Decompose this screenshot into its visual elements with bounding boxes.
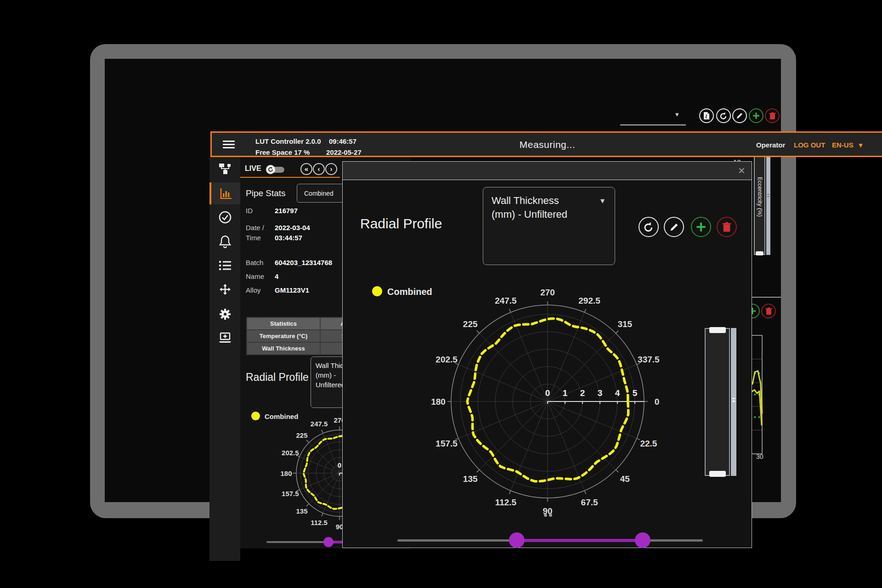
svg-text:1: 1 [563,388,568,398]
modal-metric-value: Wall Thickness (mm) - Unfiltered [492,194,574,221]
radial-profile-chart: 022.54567.590112.5135157.5180202.5225247… [399,271,698,537]
pencil-icon [669,222,679,232]
sidebar-item-notifications[interactable] [209,231,240,253]
trash-icon [765,307,772,315]
svg-text:157.5: 157.5 [282,490,299,498]
chevron-down-icon: ▾ [859,141,863,149]
gear-icon [219,308,232,321]
pipe-stats-title: Pipe Stats [246,188,286,198]
svg-text:45: 45 [620,474,630,484]
field-value: 2022-03-04 03:44:57 [275,223,310,243]
svg-text:337.5: 337.5 [638,355,660,364]
x-end-label: 30 [756,453,763,460]
sidebar-item-quality-check[interactable] [209,206,240,228]
plus-icon [696,222,706,232]
svg-text:202.5: 202.5 [282,449,299,457]
nav-sidebar [209,157,240,561]
svg-text:247.5: 247.5 [495,296,517,305]
reset-button[interactable] [716,108,731,123]
field-label: Alloy [246,286,261,294]
svg-text:135: 135 [463,474,478,484]
table-cell: Wall Thickness [247,342,320,355]
trash-icon [769,112,776,120]
sidebar-item-register-device[interactable] [209,327,240,349]
pipe-axis-title: Eccentricity (%) [757,177,763,217]
header-bar: LUT Controller 2.0.0 Free Space 17 % 09:… [210,131,882,157]
field-value: 4 [275,272,278,280]
chevron-down-icon: ▾ [600,196,605,206]
table-cell: Temperature (°C) [247,330,320,342]
svg-text:2: 2 [580,388,585,398]
field-label: ID [246,207,253,215]
chevron-down-icon[interactable]: ▾ [675,110,679,119]
first-button[interactable]: « [300,163,312,175]
modal-header[interactable]: × [343,162,752,180]
view-selector-value: Combined [304,190,334,197]
app-window: 3691215 ▾ 03:49 Eccentricity (%) - Unfil… [105,59,781,502]
svg-text:202.5: 202.5 [435,355,458,364]
refresh-icon [268,167,273,172]
add-button[interactable] [749,108,763,123]
svg-text:315: 315 [617,319,632,329]
field-value: 216797 [275,207,298,215]
svg-text:112.5: 112.5 [311,519,328,526]
close-icon[interactable]: × [738,164,745,178]
move-icon [218,283,232,296]
pipe-cap-top [709,327,726,333]
logout-button[interactable]: LOG OUT [794,141,825,149]
edit-button[interactable] [732,108,747,123]
svg-text:3: 3 [598,388,603,398]
drag-handle[interactable] [544,514,554,517]
svg-text:5: 5 [633,388,638,398]
modal-metric-selector[interactable]: Wall Thickness (mm) - Unfiltered ▾ [483,187,615,265]
modal-pipe-scrollbar[interactable] [731,328,736,476]
field-value: 604203_12314768 [275,259,332,266]
report-button[interactable] [699,108,714,123]
trash-icon [722,222,731,232]
modal-pipe [705,328,730,476]
orange-divider [240,177,340,178]
pipe-cap-bottom [709,471,726,477]
svg-text:4: 4 [615,388,620,398]
sidebar-item-pipe-charts[interactable] [209,182,240,204]
delete-button[interactable] [761,304,776,318]
prev-button[interactable]: ‹ [313,163,325,175]
plus-icon [752,112,760,119]
add-button[interactable] [691,217,711,237]
svg-text:22.5: 22.5 [640,439,657,448]
sidebar-item-settings[interactable] [209,303,240,325]
language-selector[interactable]: EN-US ▾ [832,141,862,149]
file-icon [703,112,710,120]
svg-text:135: 135 [296,507,307,515]
sidebar-item-move[interactable] [209,278,240,300]
svg-text:67.5: 67.5 [581,498,598,507]
field-value: GM1123V1 [275,286,309,294]
svg-text:292.5: 292.5 [578,296,600,305]
angle-slider-handle-end[interactable] [635,532,650,548]
laptop-add-icon [218,332,232,344]
svg-text:180: 180 [431,397,446,407]
sidebar-item-workflow[interactable] [209,158,240,180]
field-label: Date / Time [246,223,264,243]
live-label: LIVE [245,164,261,173]
bar-chart-icon [220,188,232,199]
next-button[interactable]: › [325,163,337,175]
angle-slider-range[interactable] [517,539,643,542]
undo-icon [643,221,654,232]
angle-slider-handle-start[interactable] [509,532,525,548]
screen: 3691215 ▾ 03:49 Eccentricity (%) - Unfil… [0,0,882,588]
reset-button[interactable] [639,217,659,237]
svg-text:0: 0 [338,461,341,469]
svg-text:0: 0 [655,397,660,407]
sidebar-item-event-list[interactable] [209,254,240,277]
svg-text:225: 225 [463,319,478,329]
edit-button[interactable] [664,217,684,237]
svg-text:180: 180 [280,469,292,477]
live-toggle[interactable] [266,165,285,174]
radial-profile-modal: × Radial Profile Wall Thickness (mm) - U… [342,161,752,548]
modal-title: Radial Profile [360,216,442,232]
delete-button[interactable] [765,108,780,123]
svg-text:247.5: 247.5 [311,420,328,428]
mini-slider-handle[interactable] [323,537,334,547]
delete-button[interactable] [717,217,737,237]
